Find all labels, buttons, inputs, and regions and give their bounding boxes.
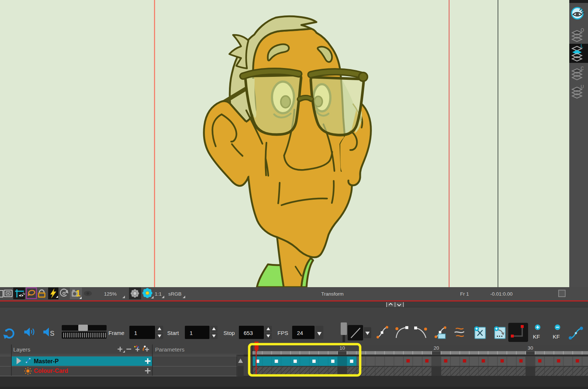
svg-text:Transform: Transform	[321, 291, 344, 297]
svg-text:Fr 1: Fr 1	[460, 291, 469, 297]
svg-text:Frame: Frame	[108, 330, 124, 336]
svg-text:20: 20	[434, 345, 439, 351]
svg-text:Colour-Card: Colour-Card	[34, 368, 68, 374]
svg-text:1: 1	[190, 330, 193, 336]
svg-text:1:1: 1:1	[155, 291, 162, 297]
svg-text:O: O	[581, 28, 584, 33]
svg-text:Master-P: Master-P	[34, 358, 59, 364]
svg-text:L: L	[581, 43, 583, 49]
svg-text:Stop: Stop	[223, 330, 235, 336]
svg-text:U: U	[581, 84, 584, 89]
svg-text:S: S	[50, 330, 54, 337]
svg-text:30: 30	[528, 345, 533, 351]
svg-text:C: C	[581, 66, 584, 71]
svg-text:KF: KF	[553, 333, 560, 340]
svg-text:653: 653	[244, 330, 253, 336]
svg-text:125%: 125%	[104, 291, 117, 297]
svg-text:Layers: Layers	[13, 346, 31, 353]
svg-text:FPS: FPS	[277, 330, 288, 336]
svg-text:24: 24	[297, 330, 303, 336]
svg-text:1: 1	[134, 330, 137, 336]
svg-text:10: 10	[340, 345, 345, 351]
svg-text:Parameters: Parameters	[155, 346, 184, 353]
svg-text:Start: Start	[167, 330, 179, 336]
svg-text:KF: KF	[533, 333, 540, 340]
svg-text:1: 1	[76, 289, 80, 298]
svg-text:sRGB: sRGB	[168, 291, 182, 297]
svg-text:-0.01:0.00: -0.01:0.00	[490, 291, 513, 297]
